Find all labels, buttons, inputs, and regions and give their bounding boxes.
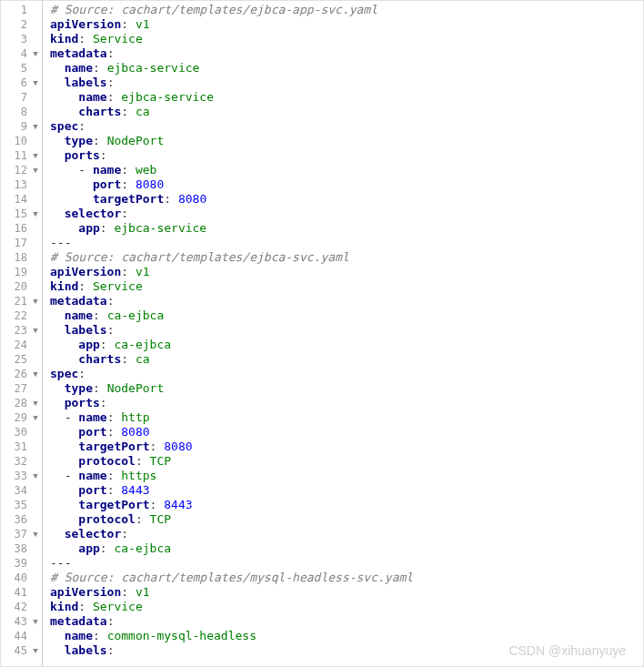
gutter-line: 24	[1, 338, 42, 352]
token-colon: :	[107, 323, 115, 337]
code-line[interactable]: ---	[50, 556, 643, 571]
code-line[interactable]: charts: ca	[50, 105, 643, 119]
fold-toggle-icon[interactable]: ▼	[31, 163, 40, 177]
code-line[interactable]: labels:	[50, 323, 643, 338]
token-key: kind	[50, 600, 78, 613]
fold-toggle-icon[interactable]: ▼	[31, 46, 40, 61]
code-line[interactable]: - name: web	[50, 163, 643, 177]
fold-toggle-icon[interactable]: ▼	[31, 643, 40, 658]
token-string: ca	[136, 352, 150, 366]
fold-toggle-icon[interactable]: ▼	[31, 367, 40, 381]
code-line[interactable]: type: NodePort	[50, 134, 643, 148]
gutter-line: 15▼	[1, 207, 42, 221]
code-line[interactable]: port: 8443	[50, 483, 643, 498]
gutter-line: 17	[1, 236, 42, 250]
fold-toggle-icon[interactable]: ▼	[31, 396, 40, 410]
code-line[interactable]: name: common-mysql-headless	[50, 629, 643, 643]
code-line[interactable]: spec:	[50, 119, 643, 134]
gutter-line: 7	[1, 90, 42, 105]
code-line[interactable]: name: ca-ejbca	[50, 308, 643, 323]
token-key: app	[78, 541, 99, 555]
code-line[interactable]: kind: Service	[50, 279, 643, 294]
token-colon: :	[150, 498, 165, 511]
code-line[interactable]: name: ejbca-service	[50, 61, 643, 76]
fold-toggle-icon[interactable]: ▼	[31, 207, 40, 221]
code-line[interactable]: labels:	[50, 76, 643, 90]
token-plain	[50, 221, 78, 235]
line-number: 14	[9, 192, 31, 207]
token-key: metadata	[50, 294, 107, 308]
code-line[interactable]: protocol: TCP	[50, 512, 643, 527]
code-line[interactable]: labels:	[50, 643, 643, 658]
code-line[interactable]: # Source: cachart/templates/ejbca-svc.ya…	[50, 250, 643, 265]
code-line[interactable]: protocol: TCP	[50, 454, 643, 469]
code-line[interactable]: port: 8080	[50, 177, 643, 192]
code-line[interactable]: apiVersion: v1	[50, 17, 643, 32]
fold-toggle-icon[interactable]: ▼	[31, 76, 40, 90]
code-line[interactable]: targetPort: 8080	[50, 192, 643, 207]
code-editor: 1234▼56▼789▼1011▼12▼131415▼161718192021▼…	[0, 0, 644, 667]
code-line[interactable]: apiVersion: v1	[50, 265, 643, 279]
token-string: TCP	[150, 512, 171, 526]
code-line[interactable]: selector:	[50, 207, 643, 221]
code-line[interactable]: apiVersion: v1	[50, 585, 643, 600]
code-line[interactable]: targetPort: 8443	[50, 498, 643, 512]
token-colon: :	[100, 338, 115, 351]
code-line[interactable]: kind: Service	[50, 32, 643, 46]
code-line[interactable]: metadata:	[50, 46, 643, 61]
line-number: 17	[9, 236, 31, 250]
code-line[interactable]: # Source: cachart/templates/mysql-headle…	[50, 571, 643, 585]
token-key: type	[65, 134, 93, 147]
line-number: 22	[9, 308, 31, 323]
token-colon: :	[121, 265, 136, 278]
fold-toggle-icon[interactable]: ▼	[31, 410, 40, 425]
fold-toggle-icon[interactable]: ▼	[31, 527, 40, 541]
code-line[interactable]: targetPort: 8080	[50, 440, 643, 454]
token-plain	[50, 629, 65, 642]
token-plain	[50, 541, 78, 555]
code-line[interactable]: - name: https	[50, 469, 643, 483]
gutter-line: 36	[1, 512, 42, 527]
token-string: http	[121, 410, 149, 424]
code-line[interactable]: app: ejbca-service	[50, 221, 643, 236]
line-number: 44	[9, 629, 31, 643]
token-colon: :	[78, 367, 86, 380]
code-line[interactable]: name: ejbca-service	[50, 90, 643, 105]
code-line[interactable]: port: 8080	[50, 425, 643, 440]
fold-toggle-icon[interactable]: ▼	[31, 119, 40, 134]
token-string: NodePort	[107, 134, 165, 147]
code-line[interactable]: ports:	[50, 396, 643, 410]
line-number: 43	[9, 614, 31, 629]
fold-toggle-icon[interactable]: ▼	[31, 148, 40, 163]
token-colon: :	[121, 17, 136, 31]
token-key: kind	[50, 32, 78, 45]
code-line[interactable]: ---	[50, 236, 643, 250]
code-line[interactable]: spec:	[50, 367, 643, 381]
token-colon: :	[93, 61, 107, 75]
code-area[interactable]: # Source: cachart/templates/ejbca-app-sv…	[43, 1, 643, 666]
token-colon: :	[107, 643, 115, 657]
token-number: 8080	[136, 177, 164, 191]
token-key: type	[65, 381, 93, 395]
code-line[interactable]: metadata:	[50, 294, 643, 308]
token-colon: :	[107, 614, 115, 628]
code-line[interactable]: selector:	[50, 527, 643, 541]
token-colon: :	[107, 76, 115, 89]
token-plain	[50, 527, 65, 541]
code-line[interactable]: type: NodePort	[50, 381, 643, 396]
fold-toggle-icon[interactable]: ▼	[31, 323, 40, 338]
line-number: 29	[9, 410, 31, 425]
token-plain	[50, 643, 65, 657]
code-line[interactable]: charts: ca	[50, 352, 643, 367]
gutter-line: 13	[1, 177, 42, 192]
fold-toggle-icon[interactable]: ▼	[31, 294, 40, 308]
fold-toggle-icon[interactable]: ▼	[31, 469, 40, 483]
code-line[interactable]: ports:	[50, 148, 643, 163]
code-line[interactable]: app: ca-ejbca	[50, 541, 643, 556]
code-line[interactable]: kind: Service	[50, 600, 643, 614]
fold-toggle-icon[interactable]: ▼	[31, 614, 40, 629]
code-line[interactable]: # Source: cachart/templates/ejbca-app-sv…	[50, 3, 643, 17]
code-line[interactable]: app: ca-ejbca	[50, 338, 643, 352]
code-line[interactable]: - name: http	[50, 410, 643, 425]
code-line[interactable]: metadata:	[50, 614, 643, 629]
